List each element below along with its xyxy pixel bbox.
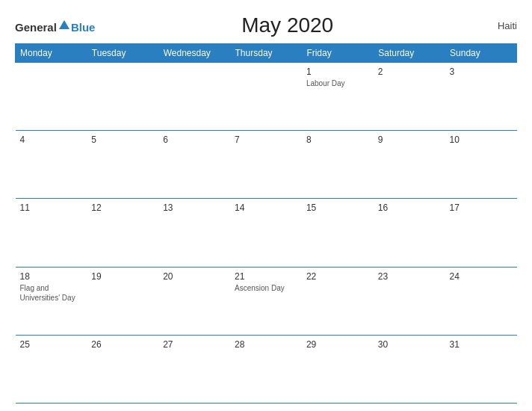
- calendar-table: Monday Tuesday Wednesday Thursday Friday…: [15, 43, 517, 404]
- day-cell: 12: [87, 199, 158, 267]
- day-cell: 16: [374, 199, 445, 267]
- day-cell: [158, 63, 230, 131]
- day-number: 13: [163, 203, 226, 213]
- day-number: 4: [20, 135, 83, 145]
- day-number: 26: [91, 339, 154, 350]
- logo-blue-text: Blue: [71, 22, 96, 33]
- day-number: 19: [91, 271, 154, 282]
- day-number: 17: [450, 203, 513, 213]
- day-number: 31: [450, 339, 513, 350]
- day-number: 9: [378, 135, 441, 145]
- day-cell: 29: [302, 335, 374, 403]
- header-row: Monday Tuesday Wednesday Thursday Friday…: [16, 44, 517, 63]
- week-row-4: 18Flag and Universities' Day192021Ascens…: [16, 267, 517, 335]
- day-cell: 21Ascension Day: [230, 267, 302, 335]
- day-number: 6: [163, 135, 226, 145]
- day-cell: 14: [230, 199, 302, 267]
- header-tuesday: Tuesday: [87, 44, 158, 63]
- day-number: 29: [306, 339, 369, 350]
- holiday-name: Ascension Day: [235, 283, 297, 293]
- day-cell: 2: [374, 63, 445, 131]
- day-number: 8: [306, 135, 369, 145]
- day-number: 22: [306, 271, 369, 282]
- day-number: 30: [378, 339, 441, 350]
- holiday-name: Labour Day: [306, 78, 369, 88]
- calendar-header: Monday Tuesday Wednesday Thursday Friday…: [16, 44, 517, 63]
- logo: General Blue: [15, 19, 95, 33]
- svg-marker-0: [59, 20, 69, 29]
- day-cell: [87, 63, 158, 131]
- day-number: 1: [306, 67, 369, 77]
- calendar-body: 1Labour Day23456789101112131415161718Fla…: [16, 63, 517, 404]
- day-cell: 26: [87, 335, 158, 403]
- day-number: 24: [450, 271, 513, 282]
- day-cell: 20: [158, 267, 230, 335]
- header-wednesday: Wednesday: [158, 44, 230, 63]
- header-thursday: Thursday: [230, 44, 302, 63]
- day-cell: 19: [87, 267, 158, 335]
- header-friday: Friday: [302, 44, 374, 63]
- calendar-title: May 2020: [95, 13, 480, 37]
- day-cell: 3: [445, 63, 517, 131]
- day-cell: 31: [445, 335, 517, 403]
- day-cell: 10: [445, 131, 517, 199]
- day-number: 28: [235, 339, 297, 350]
- week-row-5: 25262728293031: [16, 335, 517, 403]
- day-number: 25: [20, 339, 83, 350]
- day-cell: 28: [230, 335, 302, 403]
- day-cell: 11: [16, 199, 87, 267]
- logo-icon: [58, 19, 71, 32]
- header-monday: Monday: [16, 44, 87, 63]
- day-number: 14: [235, 203, 297, 213]
- day-cell: 1Labour Day: [302, 63, 374, 131]
- day-cell: 9: [374, 131, 445, 199]
- day-cell: [230, 63, 302, 131]
- country-label: Haiti: [480, 20, 517, 31]
- day-number: 2: [378, 67, 441, 77]
- logo-general-text: General: [15, 22, 57, 33]
- day-cell: 27: [158, 335, 230, 403]
- week-row-1: 1Labour Day23: [16, 63, 517, 131]
- day-number: 21: [235, 271, 297, 282]
- day-number: 18: [20, 271, 83, 282]
- day-number: 5: [91, 135, 154, 145]
- day-cell: 4: [16, 131, 87, 199]
- day-number: 27: [163, 339, 226, 350]
- day-number: 3: [450, 67, 513, 77]
- day-cell: 5: [87, 131, 158, 199]
- day-number: 12: [91, 203, 154, 213]
- top-bar: General Blue May 2020 Haiti: [15, 13, 517, 37]
- day-cell: 25: [16, 335, 87, 403]
- day-cell: 23: [374, 267, 445, 335]
- day-number: 11: [20, 203, 83, 213]
- page: General Blue May 2020 Haiti Monday Tuesd…: [0, 0, 532, 411]
- day-number: 16: [378, 203, 441, 213]
- day-cell: 15: [302, 199, 374, 267]
- day-number: 7: [235, 135, 297, 145]
- day-number: 23: [378, 271, 441, 282]
- week-row-3: 11121314151617: [16, 199, 517, 267]
- day-cell: 8: [302, 131, 374, 199]
- day-cell: 17: [445, 199, 517, 267]
- day-cell: 6: [158, 131, 230, 199]
- day-number: 10: [450, 135, 513, 145]
- day-cell: 13: [158, 199, 230, 267]
- holiday-name: Flag and Universities' Day: [20, 283, 83, 303]
- header-saturday: Saturday: [374, 44, 445, 63]
- header-sunday: Sunday: [445, 44, 517, 63]
- day-cell: 22: [302, 267, 374, 335]
- week-row-2: 45678910: [16, 131, 517, 199]
- day-cell: [16, 63, 87, 131]
- day-number: 15: [306, 203, 369, 213]
- day-cell: 18Flag and Universities' Day: [16, 267, 87, 335]
- day-cell: 24: [445, 267, 517, 335]
- day-cell: 7: [230, 131, 302, 199]
- day-cell: 30: [374, 335, 445, 403]
- day-number: 20: [163, 271, 226, 282]
